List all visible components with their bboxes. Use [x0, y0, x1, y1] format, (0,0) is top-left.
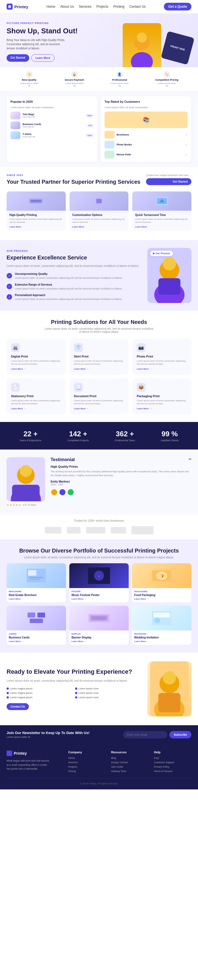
- cta-check-3: Lorem ipsum cons: [75, 692, 142, 694]
- svg-rect-22: [29, 577, 43, 578]
- footer-link-projects[interactable]: Projects: [68, 765, 106, 768]
- portfolio-card-3: CARDS Business Cards Learn More →: [6, 606, 66, 645]
- exp-dot-1: ✓: [6, 284, 12, 289]
- trusted-cta-button[interactable]: Get Started: [146, 178, 192, 185]
- nav-home[interactable]: Home: [46, 5, 55, 8]
- cta-check-2: Lorem magna ipsum: [6, 692, 73, 694]
- hero-person-svg: [125, 26, 158, 67]
- footer-link-services[interactable]: Services: [68, 761, 106, 764]
- top-arrow-2[interactable]: →: [185, 143, 188, 146]
- portfolio-learn-2[interactable]: Learn More →: [134, 598, 189, 600]
- portfolio-body-3: CARDS Business Cards Learn More →: [6, 630, 66, 645]
- experience-section: OUR PROCESS Experience Excellence Servic…: [0, 240, 198, 311]
- badge-quality: ⭐ Best Quality Lorem ipsum dolor sit: [19, 71, 39, 87]
- newsletter-email-input[interactable]: [123, 731, 167, 738]
- footer-link-delivery[interactable]: Delivery Time: [111, 770, 149, 773]
- newsletter-text: Join Our Newsletter to Keep Up To Date W…: [6, 731, 90, 738]
- stat-num-1: 142 +: [67, 430, 89, 438]
- footer-link-pricing[interactable]: Pricing: [68, 770, 106, 773]
- sol-learn-0[interactable]: Learn More →: [11, 368, 61, 370]
- trusted-by-text: Trusted by 1200+ world class businesses: [6, 519, 192, 522]
- sol-learn-4[interactable]: Learn More →: [74, 407, 124, 410]
- footer-link-blog[interactable]: Blog: [111, 757, 149, 759]
- hero-tag: PICTURE PERFECT PRINTING: [6, 22, 120, 24]
- exp-item-content-0: Uncompromising Quality Lorem ipsum dolor…: [15, 272, 122, 280]
- popular-title: Popular In 2025: [10, 100, 93, 103]
- nav-printing[interactable]: Printing: [113, 5, 125, 8]
- footer-link-support[interactable]: Customer Support: [154, 761, 192, 764]
- hero-buttons: Get Started Learn More: [6, 54, 120, 62]
- footer-brand: Printey What began with print and mail s…: [6, 751, 63, 773]
- svg-rect-21: [28, 570, 36, 576]
- badge-quality-sub: Lorem ipsum dolor sit: [19, 82, 39, 87]
- experience-text: OUR PROCESS Experience Excellence Servic…: [6, 250, 142, 301]
- sol-icon-2: 📷: [137, 343, 146, 352]
- cta-contact-button[interactable]: Contact Us: [6, 703, 29, 710]
- svg-rect-19: [12, 485, 40, 501]
- popular-info-2: Business Cards From $9.99: [22, 123, 85, 128]
- cta-image: [147, 661, 192, 716]
- newsletter-subscribe-button[interactable]: Subscribe: [169, 731, 192, 738]
- top-arrow-3[interactable]: →: [185, 153, 188, 156]
- footer-link-home[interactable]: Home: [68, 757, 106, 759]
- stat-label-2: Professional Team: [115, 439, 135, 442]
- sol-learn-1[interactable]: Learn More →: [74, 368, 124, 370]
- portfolio-body-0: BROCHURE Real Estate Brochure Learn More…: [6, 588, 66, 602]
- portfolio-tag-5: INVITATION: [134, 633, 189, 635]
- sol-learn-5[interactable]: Learn More →: [137, 407, 187, 410]
- badge-professional: 👤 Professional Lorem ipsum dolor sit: [110, 71, 129, 87]
- portfolio-img-2: 🍞: [132, 563, 192, 588]
- svg-rect-31: [37, 612, 45, 617]
- newsletter-form: Subscribe: [123, 731, 192, 738]
- popular-badge-3: Sale: [86, 134, 93, 137]
- portfolio-learn-3[interactable]: Learn More →: [9, 640, 64, 643]
- logo[interactable]: Printey: [6, 3, 29, 10]
- svg-rect-37: [154, 612, 170, 617]
- popular-thumb-3: [10, 131, 21, 139]
- portfolio-name-5: Wedding Invitation: [134, 636, 189, 639]
- sol-name-2: Photo Print: [137, 355, 187, 358]
- cta-person-svg: [150, 661, 188, 716]
- sol-learn-3[interactable]: Learn More →: [11, 407, 61, 410]
- portfolio-learn-5[interactable]: Learn More →: [134, 640, 189, 643]
- learn-more-0[interactable]: Learn More: [10, 226, 63, 228]
- sol-desc-1: Lorem ipsum dolor sit amet consectetur a…: [74, 360, 124, 366]
- sol-learn-2[interactable]: Learn More →: [137, 368, 187, 370]
- star-1: ★: [6, 503, 9, 506]
- nav-projects[interactable]: Projects: [96, 5, 108, 8]
- nav-about[interactable]: About Us: [60, 5, 74, 8]
- hero-learn-more-button[interactable]: Learn More: [31, 54, 54, 62]
- top-item-left-2: Photo Books: [105, 141, 132, 148]
- solution-card-1: 👕 Shirt Print Lorem ipsum dolor sit amet…: [70, 339, 129, 375]
- nav-cta-button[interactable]: Get a Quote: [164, 3, 192, 11]
- sol-name-0: Digital Print: [11, 355, 61, 358]
- popular-info-3: T-shirts From $15.99: [22, 133, 84, 138]
- portfolio-learn-0[interactable]: Learn More →: [9, 598, 64, 600]
- testimonial-section: ★ ★ ★ ★ ★ 4.9 / 5 Stars Testimonial " Hi…: [0, 450, 198, 514]
- footer-link-design[interactable]: Design Tutorial: [111, 761, 149, 764]
- portfolio-learn-4[interactable]: Learn More →: [71, 640, 127, 643]
- service-img-0: [6, 191, 66, 211]
- footer-copyright: © 2024 Printey. All rights reserved.: [80, 782, 118, 785]
- top-rated-box: Top Rated by Customers Lorem ipsum dolor…: [101, 96, 192, 162]
- learn-more-2[interactable]: Learn More: [135, 226, 188, 228]
- portfolio-img-3: [6, 606, 66, 630]
- footer-link-privacy[interactable]: Privacy Policy: [154, 765, 192, 768]
- nav-contact[interactable]: Contact Us: [129, 5, 146, 8]
- popular-thumb-1: [10, 111, 21, 119]
- sol-desc-0: Lorem ipsum dolor sit amet consectetur a…: [11, 360, 61, 366]
- badge-payment: 🔒 Secure Payment Lorem ipsum dolor sit: [65, 71, 84, 87]
- footer-link-terms[interactable]: Terms of Service: [154, 770, 192, 773]
- footer-link-faq[interactable]: FAQ: [154, 757, 192, 759]
- learn-more-1[interactable]: Learn More: [72, 226, 126, 228]
- hero-get-started-button[interactable]: Get Started: [6, 54, 29, 62]
- trusted-link[interactable]: Create your unique business card now →: [146, 174, 192, 177]
- portfolio-learn-1[interactable]: Learn More →: [71, 598, 127, 600]
- top-arrow-1[interactable]: →: [185, 133, 188, 136]
- nav-services[interactable]: Services: [79, 5, 91, 8]
- footer-link-size[interactable]: Size Guide: [111, 765, 149, 768]
- cta-check-1: Lorem ipsum cons: [75, 687, 142, 690]
- stat-2: 362 + Professional Team: [115, 430, 135, 442]
- stat-1: 142 + Completed Projects: [67, 430, 89, 442]
- top-rated-sub: Lorem ipsum dolor sit amet consectetur: [105, 106, 188, 109]
